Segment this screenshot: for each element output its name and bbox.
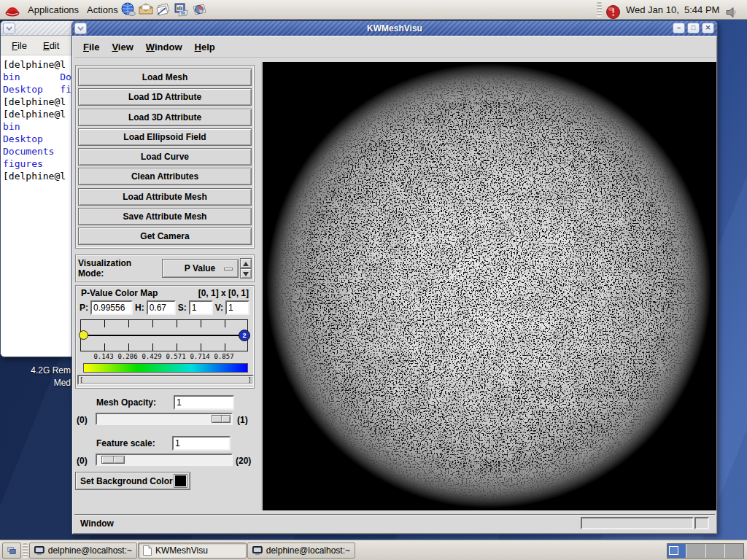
save-attribute-mesh-button[interactable]: Save Attribute Mesh bbox=[78, 208, 252, 225]
status-text: Window bbox=[80, 518, 114, 529]
volume-icon[interactable] bbox=[725, 3, 738, 22]
colormap-fields: P: H: S: V: bbox=[80, 300, 252, 315]
applications-menu[interactable]: Applications bbox=[25, 0, 82, 19]
h-label: H: bbox=[135, 303, 144, 313]
feature-max-label: (20) bbox=[236, 456, 251, 466]
get-camera-button[interactable]: Get Camera bbox=[78, 228, 252, 245]
app-content: Load Mesh Load 1D Attribute Load 3D Attr… bbox=[74, 58, 715, 514]
colormap-gradient-bar bbox=[83, 363, 248, 373]
task-kwmeshvisu[interactable]: KWMeshVisu bbox=[138, 542, 247, 559]
feature-slider-handle[interactable] bbox=[101, 456, 125, 464]
feature-scale-label: Feature scale: bbox=[96, 438, 155, 448]
app-menubar: File View Window Help bbox=[74, 37, 715, 58]
load-attribute-mesh-button[interactable]: Load Attribute Mesh bbox=[78, 188, 252, 206]
feature-scale-entry[interactable] bbox=[172, 436, 231, 451]
close-button[interactable]: ✕ bbox=[702, 23, 714, 34]
mode-spinner bbox=[240, 258, 252, 279]
calc-icon[interactable] bbox=[191, 1, 207, 18]
web-browser-icon[interactable] bbox=[120, 1, 136, 18]
load-ellipsoid-field-button[interactable]: Load Ellipsoid Field bbox=[78, 128, 252, 146]
menu-view[interactable]: View bbox=[112, 42, 133, 52]
workspace-4[interactable] bbox=[725, 544, 743, 558]
s-entry[interactable] bbox=[189, 300, 213, 315]
workspace-2[interactable] bbox=[686, 544, 705, 558]
load-curve-button[interactable]: Load Curve bbox=[78, 148, 252, 166]
colormap-range-scrollbar[interactable]: [ ] bbox=[77, 375, 254, 385]
desktop-icon-label: 4.2G Rem Med bbox=[0, 365, 71, 389]
redhat-menu-icon[interactable] bbox=[4, 2, 20, 21]
mesh-opacity-slider[interactable] bbox=[96, 413, 233, 425]
status-bar: Window bbox=[74, 514, 715, 532]
opacity-slider-handle[interactable] bbox=[212, 415, 231, 423]
spin-down-button[interactable] bbox=[240, 268, 252, 279]
set-background-color-button[interactable]: Set Background Color bbox=[75, 472, 190, 490]
terminal-menu-file[interactable]: File bbox=[12, 40, 27, 51]
load-1d-attribute-button[interactable]: Load 1D Attribute bbox=[78, 88, 252, 106]
gnome-top-panel: Applications Actions bbox=[0, 0, 747, 20]
feature-min-label: (0) bbox=[77, 456, 88, 466]
task-terminal-1[interactable]: delphine@localhost:~ bbox=[29, 542, 137, 559]
h-entry[interactable] bbox=[147, 300, 176, 315]
resize-grip[interactable] bbox=[694, 517, 709, 529]
action-buttons-frame: Load Mesh Load 1D Attribute Load 3D Attr… bbox=[75, 65, 255, 249]
p-entry[interactable] bbox=[90, 300, 133, 315]
control-panel: Load Mesh Load 1D Attribute Load 3D Attr… bbox=[75, 62, 259, 511]
range-slider[interactable]: [ ] bbox=[79, 376, 252, 384]
menu-file[interactable]: File bbox=[83, 42, 99, 52]
slider-tick-labels: 0.143 0.286 0.429 0.571 0.714 0.857 bbox=[80, 353, 248, 360]
taskbar-grip[interactable] bbox=[23, 543, 28, 558]
impress-icon[interactable] bbox=[173, 1, 189, 18]
window-title: KWMeshVisu bbox=[72, 21, 717, 36]
workspace-1[interactable] bbox=[667, 544, 686, 558]
clean-attributes-button[interactable]: Clean Attributes bbox=[78, 168, 252, 185]
range-right-cap[interactable]: ] bbox=[248, 376, 252, 384]
app-body: File View Window Help Load Mesh Load 1D … bbox=[72, 36, 717, 534]
alert-notification-icon[interactable] bbox=[605, 2, 621, 21]
workspace-switcher bbox=[667, 543, 744, 559]
range-left-cap[interactable]: [ bbox=[80, 376, 83, 384]
task-terminal-2[interactable]: delphine@localhost:~ bbox=[247, 542, 355, 559]
terminal-icon bbox=[34, 546, 44, 555]
workspace-3[interactable] bbox=[706, 544, 725, 558]
render-viewport[interactable] bbox=[261, 62, 716, 510]
terminal-menu-edit[interactable]: Edit bbox=[43, 40, 59, 51]
minimize-button[interactable]: − bbox=[673, 23, 685, 34]
visualization-mode-select[interactable]: P Value bbox=[162, 259, 239, 278]
pvalue-colormap-frame: P-Value Color Map [0, 1] x [0, 1] P: H: … bbox=[75, 285, 255, 389]
colormap-handle-start[interactable] bbox=[79, 330, 88, 340]
window-icon bbox=[143, 545, 152, 556]
mini-window bbox=[669, 546, 678, 555]
email-icon[interactable] bbox=[138, 1, 154, 18]
opacity-max-label: (1) bbox=[237, 415, 248, 425]
writer-icon[interactable] bbox=[155, 1, 171, 18]
mesh-opacity-entry[interactable] bbox=[174, 395, 234, 410]
colormap-point-slider[interactable]: 2 bbox=[80, 319, 248, 351]
app-titlebar[interactable]: KWMeshVisu − □ ✕ bbox=[72, 21, 717, 36]
terminal-icon bbox=[252, 546, 263, 555]
v-label: V: bbox=[215, 303, 223, 313]
gnome-taskbar: delphine@localhost:~ KWMeshVisu delphine… bbox=[0, 540, 747, 560]
progress-bar bbox=[581, 517, 694, 529]
panel-grip[interactable] bbox=[597, 2, 602, 17]
v-entry[interactable] bbox=[225, 300, 249, 315]
s-label: S: bbox=[178, 303, 187, 313]
visualization-mode-label: Visualization Mode: bbox=[78, 258, 158, 279]
p-label: P: bbox=[80, 303, 88, 313]
maximize-button[interactable]: □ bbox=[687, 23, 700, 34]
menu-window[interactable]: Window bbox=[146, 42, 182, 52]
visualization-mode-frame: Visualization Mode: P Value bbox=[75, 254, 255, 282]
option-menu-indicator-icon bbox=[224, 268, 233, 271]
kwmeshvisu-window[interactable]: KWMeshVisu − □ ✕ File View Window Help L… bbox=[71, 20, 718, 534]
spin-up-button[interactable] bbox=[240, 258, 252, 268]
mesh-opacity-label: Mesh Opacity: bbox=[96, 397, 156, 408]
load-mesh-button[interactable]: Load Mesh bbox=[78, 69, 252, 86]
clock[interactable]: Wed Jan 10, 5:44 PM bbox=[626, 0, 719, 19]
load-3d-attribute-button[interactable]: Load 3D Attribute bbox=[78, 109, 252, 126]
actions-menu[interactable]: Actions bbox=[84, 0, 121, 19]
window-menu-icon[interactable] bbox=[3, 23, 15, 34]
feature-scale-slider[interactable] bbox=[96, 454, 233, 466]
menu-help[interactable]: Help bbox=[195, 42, 215, 52]
opacity-min-label: (0) bbox=[77, 415, 88, 425]
colormap-handle-end[interactable]: 2 bbox=[239, 330, 250, 341]
show-desktop-button[interactable] bbox=[2, 542, 21, 559]
